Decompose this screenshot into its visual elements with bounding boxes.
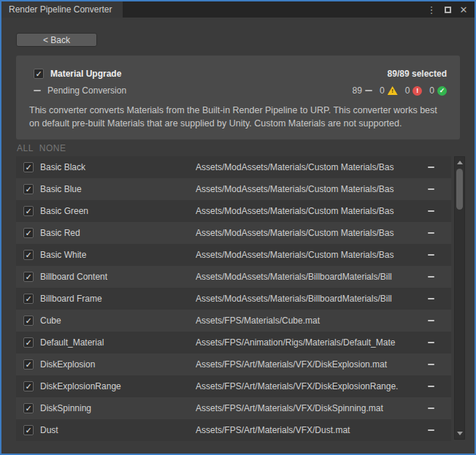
- material-path: Assets/FPS/Art/Materials/VFX/DiskSpinnin…: [196, 403, 422, 413]
- row-pending-icon: [422, 232, 451, 234]
- material-name: Default_Material: [40, 337, 196, 348]
- material-name: Billboard Frame: [40, 294, 196, 304]
- check-icon: ✓: [25, 427, 31, 435]
- maximize-icon[interactable]: [442, 5, 453, 15]
- window-controls: ⋮ ✕: [426, 1, 475, 18]
- warning-counter: 0 !: [380, 85, 398, 96]
- titlebar: Render Pipeline Converter ⋮ ✕: [1, 1, 475, 18]
- material-checkbox[interactable]: ✓: [23, 162, 34, 172]
- status-counters: 89 0 ! 0 ! 0 ✓: [353, 85, 447, 96]
- material-row[interactable]: ✓ DiskExplosionRange Assets/FPS/Art/Mate…: [16, 375, 451, 397]
- check-icon: ✓: [25, 207, 31, 215]
- material-checkbox[interactable]: ✓: [23, 359, 34, 370]
- selection-controls: ALL NONE: [17, 143, 66, 153]
- converter-description: This converter converts Materials from t…: [16, 104, 460, 130]
- pending-count: 89: [353, 85, 362, 96]
- material-name: Basic Red: [40, 228, 196, 238]
- material-checkbox[interactable]: ✓: [23, 228, 34, 238]
- material-row[interactable]: ✓ Basic Black Assets/ModAssets/Materials…: [16, 156, 451, 178]
- row-pending-icon: [422, 429, 451, 431]
- material-row[interactable]: ✓ Default_Material Assets/FPS/Animation/…: [16, 332, 451, 353]
- material-row[interactable]: ✓ Basic White Assets/ModAssets/Materials…: [16, 244, 451, 266]
- material-path: Assets/ModAssets/Materials/Custom Materi…: [196, 250, 422, 260]
- scroll-down-icon[interactable]: [455, 429, 464, 438]
- material-row[interactable]: ✓ Billboard Content Assets/ModAssets/Mat…: [16, 266, 451, 288]
- check-icon: ✓: [25, 339, 31, 347]
- list-scrollbar[interactable]: [454, 156, 465, 440]
- material-path: Assets/ModAssets/Materials/BillboardMate…: [196, 272, 422, 282]
- success-count: 0: [429, 85, 434, 96]
- material-row[interactable]: ✓ DiskSpinning Assets/FPS/Art/Materials/…: [16, 397, 451, 419]
- material-checkbox[interactable]: ✓: [23, 337, 34, 348]
- row-pending-icon: [422, 364, 451, 365]
- material-name: Dust: [40, 425, 196, 435]
- converter-panel: ✓ Material Upgrade 89/89 selected Pendin…: [16, 56, 460, 139]
- back-button[interactable]: < Back: [16, 33, 97, 47]
- check-icon: ✓: [35, 70, 42, 78]
- material-row[interactable]: ✓ Basic Red Assets/ModAssets/Materials/C…: [16, 222, 451, 244]
- material-row[interactable]: ✓ Billboard Frame Assets/ModAssets/Mater…: [16, 288, 451, 310]
- row-pending-icon: [422, 167, 451, 168]
- select-all-button[interactable]: ALL: [17, 143, 34, 153]
- material-checkbox[interactable]: ✓: [23, 184, 34, 194]
- material-checkbox[interactable]: ✓: [23, 403, 34, 413]
- warning-count: 0: [380, 85, 385, 96]
- material-checkbox[interactable]: ✓: [23, 294, 34, 304]
- material-checkbox[interactable]: ✓: [23, 250, 34, 260]
- material-path: Assets/ModAssets/Materials/Custom Materi…: [196, 162, 422, 172]
- material-checkbox[interactable]: ✓: [23, 206, 34, 216]
- check-icon: ✓: [25, 273, 31, 281]
- material-row[interactable]: ✓ Dust Assets/FPS/Art/Materials/VFX/Dust…: [16, 419, 451, 441]
- material-checkbox[interactable]: ✓: [23, 425, 34, 435]
- material-name: Cube: [40, 316, 196, 326]
- check-icon: ✓: [25, 405, 31, 413]
- material-name: Billboard Content: [40, 272, 196, 282]
- selected-count: 89/89 selected: [388, 69, 447, 79]
- row-pending-icon: [422, 188, 451, 190]
- material-path: Assets/ModAssets/Materials/Custom Materi…: [196, 206, 422, 216]
- material-name: DiskExplosion: [40, 359, 196, 370]
- row-pending-icon: [422, 408, 451, 409]
- row-pending-icon: [422, 254, 451, 256]
- material-checkbox[interactable]: ✓: [23, 381, 34, 391]
- menu-icon[interactable]: ⋮: [426, 5, 437, 15]
- check-icon: ✓: [25, 251, 31, 259]
- material-row[interactable]: ✓ Basic Green Assets/ModAssets/Materials…: [16, 200, 451, 222]
- error-count: 0: [405, 85, 410, 96]
- warning-icon: !: [388, 86, 398, 95]
- converter-name: Material Upgrade: [50, 69, 121, 79]
- scroll-up-icon[interactable]: [455, 158, 464, 167]
- success-icon: ✓: [437, 86, 447, 96]
- row-pending-icon: [422, 342, 451, 343]
- material-name: DiskSpinning: [40, 403, 196, 413]
- pending-dash-icon: [34, 90, 41, 91]
- check-icon: ✓: [25, 229, 31, 237]
- pending-label: Pending Conversion: [47, 85, 126, 96]
- pending-counter: 89: [353, 85, 372, 96]
- scrollbar-thumb[interactable]: [456, 169, 463, 210]
- pending-icon: [365, 90, 372, 91]
- row-pending-icon: [422, 276, 451, 278]
- check-icon: ✓: [25, 164, 31, 172]
- material-checkbox[interactable]: ✓: [23, 316, 34, 326]
- check-icon: ✓: [25, 383, 31, 391]
- window-tab[interactable]: Render Pipeline Converter: [1, 1, 123, 18]
- row-pending-icon: [422, 386, 451, 387]
- select-none-button[interactable]: NONE: [39, 143, 66, 153]
- material-path: Assets/FPS/Art/Materials/VFX/DiskExplosi…: [196, 359, 422, 370]
- material-row[interactable]: ✓ Cube Assets/FPS/Materials/Cube.mat: [16, 310, 451, 332]
- material-upgrade-checkbox[interactable]: ✓: [34, 69, 44, 79]
- material-path: Assets/ModAssets/Materials/BillboardMate…: [196, 294, 422, 304]
- material-row[interactable]: ✓ Basic Blue Assets/ModAssets/Materials/…: [16, 178, 451, 200]
- material-name: Basic White: [40, 250, 196, 260]
- row-pending-icon: [422, 320, 451, 321]
- material-path: Assets/FPS/Materials/Cube.mat: [196, 316, 422, 326]
- check-icon: ✓: [25, 186, 31, 194]
- material-path: Assets/FPS/Art/Materials/VFX/Dust.mat: [196, 425, 422, 435]
- material-row[interactable]: ✓ DiskExplosion Assets/FPS/Art/Materials…: [16, 353, 451, 375]
- material-checkbox[interactable]: ✓: [23, 272, 34, 282]
- close-icon[interactable]: ✕: [458, 5, 469, 15]
- check-icon: ✓: [25, 317, 31, 325]
- pending-status-row: Pending Conversion 89 0 ! 0 ! 0 ✓: [16, 85, 460, 96]
- success-counter: 0 ✓: [429, 85, 447, 96]
